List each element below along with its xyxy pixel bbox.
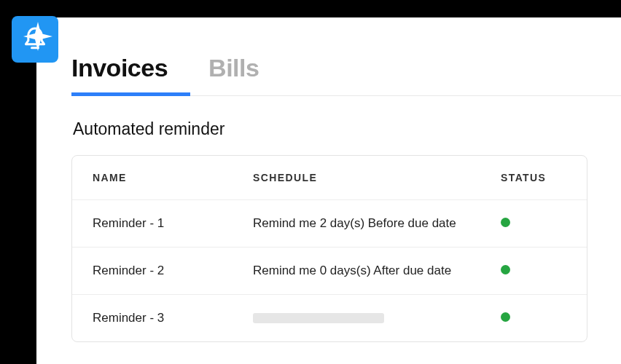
notification-badge xyxy=(12,16,58,63)
tab-active-indicator xyxy=(71,92,190,96)
table-row[interactable]: Reminder - 2 Remind me 0 days(s) After d… xyxy=(72,247,587,294)
tab-bills[interactable]: Bills xyxy=(208,54,259,95)
reminder-table: NAME SCHEDULE STATUS Reminder - 1 Remind… xyxy=(71,155,587,342)
reminder-status xyxy=(501,311,566,325)
table-header: NAME SCHEDULE STATUS xyxy=(72,156,587,199)
section-title: Automated reminder xyxy=(73,119,621,139)
main-panel: Invoices Bills Automated reminder NAME S… xyxy=(36,17,621,364)
reminder-name: Reminder - 2 xyxy=(93,264,253,278)
tab-bar: Invoices Bills xyxy=(71,54,621,96)
reminder-schedule: Remind me 0 days(s) After due date xyxy=(253,264,501,278)
header-name: NAME xyxy=(93,172,253,183)
header-status: STATUS xyxy=(501,172,566,183)
reminder-status xyxy=(501,264,566,278)
reminder-schedule xyxy=(253,313,501,323)
header-schedule: SCHEDULE xyxy=(253,172,501,183)
status-dot-active xyxy=(501,218,510,227)
reminder-status xyxy=(501,216,566,231)
table-row[interactable]: Reminder - 1 Remind me 2 day(s) Before d… xyxy=(72,199,587,247)
table-row[interactable]: Reminder - 3 xyxy=(72,294,587,341)
tab-invoices[interactable]: Invoices xyxy=(71,54,168,95)
reminder-name: Reminder - 3 xyxy=(93,311,253,325)
reminder-schedule: Remind me 2 day(s) Before due date xyxy=(253,216,501,231)
schedule-placeholder xyxy=(253,313,384,323)
sparkle-icon xyxy=(23,22,52,51)
status-dot-active xyxy=(501,265,510,274)
status-dot-active xyxy=(501,312,510,322)
reminder-name: Reminder - 1 xyxy=(93,216,253,231)
